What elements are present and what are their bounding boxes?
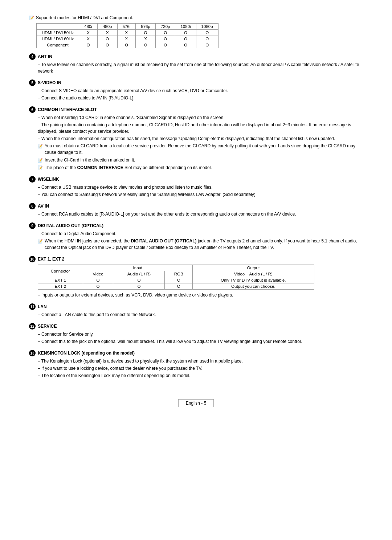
section-title: COMMON INTERFACE SLOT bbox=[38, 107, 97, 112]
section-number: 10 bbox=[29, 256, 36, 262]
note-line: 📝 When the HDMI IN jacks are connected, … bbox=[38, 238, 363, 251]
row-label: EXT 2 bbox=[38, 283, 83, 290]
section-header: 12 SERVICE bbox=[29, 323, 363, 330]
page-footer: English - 5 bbox=[178, 399, 214, 407]
section-digital-audio: 9 DIGITAL AUDIO OUT (OPTICAL) – Connect … bbox=[29, 222, 363, 251]
section-kensington: 13 KENSINGTON LOCK (depending on the mod… bbox=[29, 350, 363, 379]
section-lan: 11 LAN – Connect a LAN cable to this por… bbox=[29, 303, 363, 318]
page-footer-container: English - 5 bbox=[29, 401, 363, 406]
supported-note-text: Supported modes for HDMI / DVI and Compo… bbox=[36, 15, 133, 21]
section-av-in: 8 AV IN – Connect RCA audio cables to [R… bbox=[29, 203, 363, 217]
ext-col-input: Input bbox=[83, 265, 193, 271]
section-title: LAN bbox=[38, 304, 47, 309]
hdmi-table: 480i 480p 576i 576p 720p 1080i 1080p HDM… bbox=[36, 23, 219, 48]
section-ant-in: 4 ANT IN – To view television channels c… bbox=[29, 53, 363, 74]
ext-table: Connector Input Output Video Audio (L / … bbox=[38, 265, 314, 290]
section-header: 5 S-VIDEO IN bbox=[29, 79, 363, 86]
section-title: EXT 1, EXT 2 bbox=[38, 257, 64, 262]
note-line: 📝 The place of the COMMON INTERFACE Slot… bbox=[38, 164, 363, 171]
row-label: HDMI / DVI 60Hz bbox=[37, 36, 79, 42]
section-title: ANT IN bbox=[38, 54, 52, 59]
bullet-line: – The Kensington Lock (optional) is a de… bbox=[38, 358, 363, 364]
bullet-line: – Connect a USB mass storage device to v… bbox=[38, 184, 363, 191]
section-body: – Connect RCA audio cables to [R-AUDIO-L… bbox=[29, 211, 363, 217]
section-body: – Connect a LAN cable to this port to co… bbox=[29, 311, 363, 318]
section-ext: 10 EXT 1, EXT 2 Connector Input Output V… bbox=[29, 256, 363, 298]
section-number: 12 bbox=[29, 323, 36, 330]
section-header: 9 DIGITAL AUDIO OUT (OPTICAL) bbox=[29, 222, 363, 229]
ext-col-video-audio: Video + Audio (L / R) bbox=[193, 271, 314, 277]
section-body: – When not inserting 'CI CARD' in some c… bbox=[29, 114, 363, 171]
bullet-line: – If you want to use a locking device, c… bbox=[38, 365, 363, 372]
bullet-line: – Connect the audio cables to AV IN [R-A… bbox=[38, 95, 363, 101]
bullet-line: – The pairing information containing a t… bbox=[38, 122, 363, 135]
section-title: SERVICE bbox=[38, 324, 57, 329]
bullet-line: – Connect to a Digital Audio Component. bbox=[38, 230, 363, 237]
table-row: HDMI / DVI 50Hz X X X O O O O bbox=[37, 30, 219, 36]
section-number: 6 bbox=[29, 106, 36, 113]
section-header: 8 AV IN bbox=[29, 203, 363, 209]
section-number: 8 bbox=[29, 203, 36, 209]
section-header: 4 ANT IN bbox=[29, 53, 363, 60]
table-row: HDMI / DVI 60Hz X O X X O O O bbox=[37, 36, 219, 42]
bullet-line: – Connect S-VIDEO cable to an appropriat… bbox=[38, 87, 363, 94]
section-header: 10 EXT 1, EXT 2 bbox=[29, 256, 363, 262]
section-header: 11 LAN bbox=[29, 303, 363, 310]
section-number: 13 bbox=[29, 350, 36, 356]
bullet-line: – To view television channels correctly,… bbox=[38, 61, 363, 74]
ext-col-audio: Audio (L / R) bbox=[113, 271, 165, 277]
section-number: 9 bbox=[29, 222, 36, 229]
hdmi-col-header-5: 720p bbox=[155, 24, 175, 30]
bullet-line: – When not inserting 'CI CARD' in some c… bbox=[38, 114, 363, 121]
note-icon: 📝 bbox=[38, 143, 43, 149]
note-line: 📝 You must obtain a CI CARD from a local… bbox=[38, 143, 363, 156]
note-text: You must obtain a CI CARD from a local c… bbox=[45, 143, 363, 156]
hdmi-col-header-6: 1080i bbox=[175, 24, 196, 30]
bullet-line: – Connect RCA audio cables to [R-AUDIO-L… bbox=[38, 211, 363, 217]
hdmi-col-header-0 bbox=[37, 24, 79, 30]
section-header: 13 KENSINGTON LOCK (depending on the mod… bbox=[29, 350, 363, 356]
ext-col-video: Video bbox=[83, 271, 113, 277]
table-row: EXT 1 O O O Only TV or DTV output is ava… bbox=[38, 277, 314, 283]
hdmi-col-header-1: 480i bbox=[79, 24, 98, 30]
row-label: HDMI / DVI 50Hz bbox=[37, 30, 79, 36]
section-title: AV IN bbox=[38, 204, 49, 209]
row-label: EXT 1 bbox=[38, 277, 83, 283]
section-header: 7 WISELINK bbox=[29, 176, 363, 183]
note-icon: 📝 bbox=[38, 157, 43, 163]
note-icon: 📝 bbox=[38, 165, 43, 171]
section-service: 12 SERVICE – Connector for Service only.… bbox=[29, 323, 363, 345]
section-number: 5 bbox=[29, 79, 36, 86]
section-body: – To view television channels correctly,… bbox=[29, 61, 363, 74]
section-number: 11 bbox=[29, 303, 36, 310]
bullet-line: – When the channel information configura… bbox=[38, 135, 363, 142]
section-title: WISELINK bbox=[38, 177, 59, 182]
section-svideo-in: 5 S-VIDEO IN – Connect S-VIDEO cable to … bbox=[29, 79, 363, 101]
bullet-line: – Connect a LAN cable to this port to co… bbox=[38, 311, 363, 318]
supported-note: 📝 Supported modes for HDMI / DVI and Com… bbox=[29, 15, 363, 21]
ext-col-rgb: RGB bbox=[165, 271, 193, 277]
section-ci-slot: 6 COMMON INTERFACE SLOT – When not inser… bbox=[29, 106, 363, 171]
note-text: Insert the CI-Card in the direction mark… bbox=[45, 157, 363, 163]
section-body: – The Kensington Lock (optional) is a de… bbox=[29, 358, 363, 379]
hdmi-col-header-4: 576p bbox=[136, 24, 156, 30]
note-text: When the HDMI IN jacks are connected, th… bbox=[45, 238, 363, 251]
hdmi-col-header-7: 1080p bbox=[196, 24, 218, 30]
table-row: Component O O O O O O O bbox=[37, 42, 219, 48]
hdmi-col-header-2: 480p bbox=[97, 24, 117, 30]
bullet-line: – Connector for Service only. bbox=[38, 331, 363, 338]
hdmi-section: 📝 Supported modes for HDMI / DVI and Com… bbox=[29, 15, 363, 48]
section-wiselink: 7 WISELINK – Connect a USB mass storage … bbox=[29, 176, 363, 198]
section-title: DIGITAL AUDIO OUT (OPTICAL) bbox=[38, 223, 103, 228]
section-body: Connector Input Output Video Audio (L / … bbox=[29, 265, 363, 298]
section-number: 7 bbox=[29, 176, 36, 183]
section-header: 6 COMMON INTERFACE SLOT bbox=[29, 106, 363, 113]
ext-col-connector: Connector bbox=[38, 265, 83, 277]
section-body: – Connect a USB mass storage device to v… bbox=[29, 184, 363, 198]
table-row: EXT 2 O O O Output you can choose. bbox=[38, 283, 314, 290]
ext-col-output: Output bbox=[193, 265, 314, 271]
note-icon: 📝 bbox=[38, 238, 43, 244]
note-icon: 📝 bbox=[29, 15, 34, 21]
bullet-line: – You can connect to Samsung's network w… bbox=[38, 191, 363, 198]
section-body: – Connect S-VIDEO cable to an appropriat… bbox=[29, 87, 363, 101]
